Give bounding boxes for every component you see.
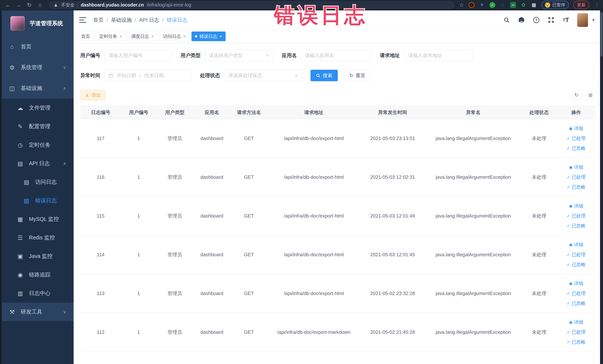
tab-view-2[interactable]: 调度日志× [128,32,157,41]
close-icon[interactable]: × [151,34,154,39]
tab-view-3[interactable]: 访问日志× [160,32,189,41]
address-bar[interactable]: ▲ 不安全 dashboard.yudao.iocoder.cn /infra/… [48,1,455,9]
bookmark-star-icon[interactable]: ☆ [459,2,464,8]
process-status-select[interactable]: 请选择处理状态 ∨ [224,70,302,81]
home-icon[interactable]: ⌂ [36,2,44,8]
sidebar-item-error-log[interactable]: ▤错误日志 [0,191,74,210]
cell-user_id: 1 [121,174,156,181]
check-icon: ✓ [567,261,570,268]
tab-view-1[interactable]: 定时任务× [96,32,126,41]
cell-actions: ◉详细✓已处理✓已忽略 [557,164,596,191]
sidebar-item-timer[interactable]: ◷定时任务 [0,136,74,154]
ignored-action-link[interactable]: ✓已忽略 [567,184,585,191]
user-type-select[interactable]: 请选择用户类型 ∨ [205,50,273,61]
sidebar-item-api-log[interactable]: ▤API 日志∧ [0,154,74,173]
user-id-input[interactable] [104,50,172,61]
sidebar-item-redis-monitor[interactable]: ☰Redis 监控 [0,228,74,247]
detail-action-link[interactable]: ◉详细 [569,319,583,326]
browser-menu-kebab-icon[interactable]: ⋮ [594,2,599,8]
close-icon[interactable]: × [183,34,186,39]
close-icon[interactable]: × [220,34,222,39]
app-name-input[interactable] [301,50,371,61]
date-range-picker[interactable]: 开始日期 - 结束日期 [104,70,191,81]
detail-action-link[interactable]: ◉详细 [569,164,583,171]
processed-action-link[interactable]: ✓已处理 [567,329,585,336]
chevron-down-icon: ∨ [295,73,298,78]
sidebar-item-java-monitor[interactable]: ▣Java 监控 [0,247,74,266]
ignored-action-link[interactable]: ✓已忽略 [567,145,585,152]
check-icon: ✓ [567,339,570,345]
processed-action-link[interactable]: ✓已处理 [567,174,585,181]
breadcrumb-item[interactable]: 错误日志 [167,16,187,23]
breadcrumb-item[interactable]: API 日志 [139,16,159,23]
log-center-icon: ▥ [17,290,24,297]
extension-on-badge-icon[interactable]: on [510,2,516,8]
tab-view-4[interactable]: 错误日志× [191,32,226,41]
back-icon[interactable]: ← [4,2,12,8]
ignored-action-link[interactable]: ✓已忽略 [567,300,585,307]
detail-action-link[interactable]: ◉详细 [569,125,583,132]
processed-action-link[interactable]: ✓已处理 [567,290,585,297]
sidebar-item-trace[interactable]: ◉链路追踪 [0,266,74,284]
processed-action-link[interactable]: ✓已处理 [567,135,585,142]
cell-exception: java.lang.IllegalArgumentException [425,251,522,258]
sidebar-item-log-center[interactable]: ▥日志中心 [0,284,74,303]
forward-icon[interactable]: → [14,2,23,8]
column-settings-button[interactable]: ⊞ [586,90,596,100]
sidebar-item-mysql-monitor[interactable]: ▦MySQL 监控 [0,210,74,228]
sidebar-item-label: 基础设施 [21,84,42,92]
close-icon[interactable]: × [119,34,122,39]
app-title: 芋道管理系统 [30,20,63,27]
search-icon[interactable] [503,16,510,23]
request-url-input[interactable] [404,50,473,61]
sidebar-item-gear[interactable]: ⚙系统管理∨ [0,57,74,78]
filter-user-type: 用户类型 请选择用户类型 ∨ [181,50,273,61]
tab-label: 调度日志 [131,33,149,39]
sidebar-item-infrastructure[interactable]: ◫基础设施∧ [0,78,74,99]
extension-orange-icon[interactable] [469,2,475,8]
reset-button[interactable]: ↻ 重置 [344,70,371,81]
update-button[interactable]: 更新 [573,1,589,9]
sidebar-item-home[interactable]: ⌂首页 [0,36,74,57]
github-icon[interactable] [518,16,525,23]
paused-badge[interactable]: 已暂停 [541,1,569,9]
reload-icon[interactable]: ↻ [25,2,33,8]
page-scrollbar-thumb[interactable] [601,12,603,57]
sidebar-item-label: 配置管理 [29,123,50,130]
breadcrumb-item[interactable]: 首页 [93,16,104,23]
detail-action-link[interactable]: ◉详细 [569,202,583,210]
user-menu-caret-icon[interactable]: ▾ [592,18,594,23]
ignored-action-link[interactable]: ✓已忽略 [567,261,585,268]
detail-action-link[interactable]: ◉详细 [569,280,583,287]
extensions-puzzle-icon[interactable]: ▩ [531,2,537,8]
refresh-table-button[interactable]: ↻ [571,90,581,100]
extension-shield-icon[interactable]: ▼ [479,2,485,8]
sidebar-logo-row[interactable]: 芋道管理系统 [0,10,74,36]
cell-id: 113 [80,290,121,297]
extension-grid-icon[interactable]: ∷ [500,2,506,8]
avatar[interactable] [577,13,588,27]
sidebar-collapse-icon[interactable] [79,17,86,23]
processed-action-link[interactable]: ✓已处理 [567,212,585,219]
sidebar-item-config-edit[interactable]: ✎配置管理 [0,117,74,136]
sidebar-item-cloud-upload[interactable]: ☁文件管理 [0,99,74,117]
sidebar-item-dev-tools[interactable]: ⚒研发工具∨ [0,303,74,321]
cell-time: 2021-05-03 23:13:51 [360,135,425,142]
page-scrollbar-track[interactable] [600,10,603,364]
column-header: 用户类型 [156,109,193,116]
tab-home[interactable]: 首页 [78,32,94,41]
url-domain: dashboard.yudao.iocoder.cn [81,2,144,8]
ignored-action-link[interactable]: ✓已忽略 [567,222,585,229]
ignored-action-link[interactable]: ✓已忽略 [567,339,585,346]
sidebar-item-access-log[interactable]: ▤访问日志 [0,173,74,191]
font-size-icon[interactable]: TT [562,16,569,23]
fullscreen-icon[interactable] [548,16,555,23]
extension-green-check-icon[interactable]: ✓ [489,2,495,8]
export-button[interactable]: 导出 [80,90,105,101]
search-button[interactable]: 搜索 [311,70,338,81]
extension-leaf-icon[interactable]: ✿ [521,2,526,8]
help-icon[interactable]: ? [533,16,540,23]
detail-action-link[interactable]: ◉详细 [569,241,583,248]
processed-action-link[interactable]: ✓已处理 [567,251,585,258]
breadcrumb-item[interactable]: 基础设施 [111,16,132,23]
